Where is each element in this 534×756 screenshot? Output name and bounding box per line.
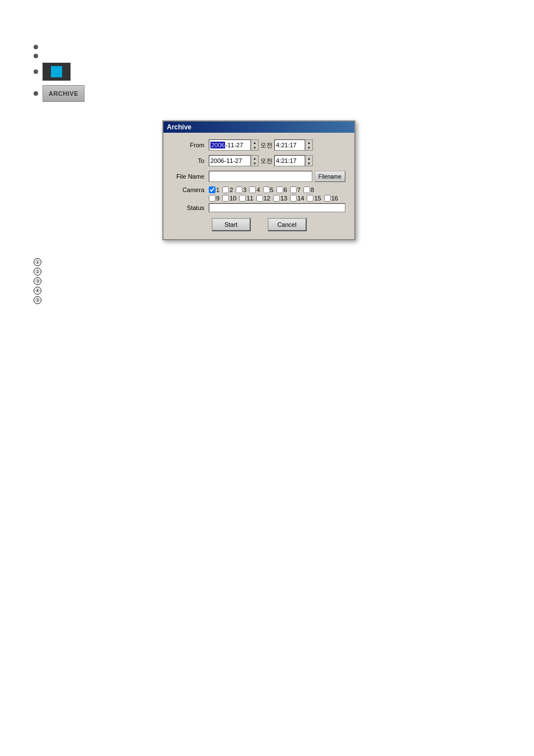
archive-dialog: Archive From 2006-11-27 ▲ ▼ 오전 4:21:17 ▲… [162,120,355,240]
cam-checkbox-8[interactable] [303,186,310,193]
cam-label-1: 1 [216,186,219,193]
numbered-list: ① ② ③ ④ ⑤ [34,258,44,305]
cam-checkbox-12[interactable] [256,195,263,202]
cam-item-1[interactable]: 1 [209,186,219,193]
from-time-spin-up[interactable]: ▲ [306,140,312,145]
cam-checkbox-1[interactable] [209,186,216,193]
cam-checkbox-7[interactable] [290,186,297,193]
cam-checkbox-10[interactable] [222,195,229,202]
cam-item-13[interactable]: 13 [273,195,287,202]
dialog-title: Archive [167,123,191,131]
cam-checkbox-4[interactable] [249,186,256,193]
from-date-field[interactable]: 2006-11-27 [209,139,251,151]
cam-label-15: 15 [314,195,321,202]
num-item-3: ③ [34,277,44,285]
cam-checkbox-6[interactable] [277,186,283,193]
filename-browse-button[interactable]: Filename [315,171,345,182]
camera-label: Camera [172,186,209,193]
cancel-button[interactable]: Cancel [268,218,307,231]
bullet-dot-4 [34,91,38,96]
to-date-spin-down[interactable]: ▼ [251,161,258,166]
status-row: Status [172,203,345,212]
to-date-value: 2006-11-27 [210,157,242,164]
from-time-spin[interactable]: ▲ ▼ [305,139,313,151]
camera-row-1: Camera 1 2 3 4 5 6 [172,186,345,193]
dialog-titlebar: Archive [163,122,354,133]
cam-label-5: 5 [270,186,274,193]
from-time-field[interactable]: 4:21:17 [274,139,305,151]
cam-item-5[interactable]: 5 [263,186,274,193]
from-date-spin[interactable]: ▲ ▼ [251,139,259,151]
from-time-value: 4:21:17 [276,142,297,148]
blue-square-button[interactable] [43,63,71,81]
cam-item-7[interactable]: 7 [290,186,301,193]
to-time-spin-down[interactable]: ▼ [306,161,312,166]
to-time-spin[interactable]: ▲ ▼ [305,155,313,166]
bullet-section: ARCHIVE [34,45,85,102]
cam-checkbox-15[interactable] [307,195,313,202]
from-time-spin-down[interactable]: ▼ [306,145,312,150]
cam-item-8[interactable]: 8 [303,186,314,193]
cam-item-9[interactable]: 9 [209,195,219,202]
cam-checkbox-14[interactable] [290,195,297,202]
cam-item-10[interactable]: 10 [222,195,236,202]
from-label: From [172,142,209,148]
cam-checkbox-5[interactable] [263,186,270,193]
cam-checkbox-11[interactable] [239,195,246,202]
cam-label-3: 3 [243,186,246,193]
cam-label-2: 2 [229,186,233,193]
cam-item-4[interactable]: 4 [249,186,260,193]
bullet-item-4[interactable]: ARCHIVE [34,85,85,102]
camera-checkboxes-row1: 1 2 3 4 5 6 7 [209,186,316,193]
cam-checkbox-13[interactable] [273,195,280,202]
bullet-dot-3 [34,69,38,74]
to-date-field[interactable]: 2006-11-27 [209,155,251,166]
to-row: To 2006-11-27 ▲ ▼ 오전 4:21:17 ▲ ▼ [172,155,345,166]
bullet-item-3[interactable] [34,63,85,81]
cam-label-12: 12 [264,195,270,202]
to-date-spin[interactable]: ▲ ▼ [251,155,259,166]
cam-checkbox-3[interactable] [236,186,242,193]
from-date-rest: -11-27 [225,142,243,148]
cam-item-2[interactable]: 2 [222,186,233,193]
dialog-body: From 2006-11-27 ▲ ▼ 오전 4:21:17 ▲ ▼ To 20… [163,133,354,239]
from-separator: 오전 [260,141,273,150]
to-date-spin-up[interactable]: ▲ [251,156,258,161]
cam-label-11: 11 [246,195,253,202]
to-separator: 오전 [260,157,273,165]
bullet-dot-2 [34,54,38,58]
cam-checkbox-9[interactable] [209,195,216,202]
num-item-4: ④ [34,286,44,295]
from-date-spin-up[interactable]: ▲ [251,140,258,145]
filename-input[interactable] [209,171,312,182]
cam-item-14[interactable]: 14 [290,195,304,202]
cam-item-16[interactable]: 16 [324,195,338,202]
cam-item-6[interactable]: 6 [277,186,287,193]
cam-label-7: 7 [297,186,301,193]
dialog-buttons-row: Start Cancel [172,218,345,231]
to-time-spin-up[interactable]: ▲ [306,156,312,161]
num-circle-2: ② [34,268,41,276]
cam-item-3[interactable]: 3 [236,186,246,193]
start-button[interactable]: Start [212,218,251,231]
cam-item-11[interactable]: 11 [239,195,253,202]
cam-label-16: 16 [331,195,338,202]
num-item-5: ⑤ [34,296,44,304]
to-label: To [172,157,209,164]
cam-checkbox-2[interactable] [222,186,229,193]
blue-square-icon [51,66,62,77]
to-time-field[interactable]: 4:21:17 [274,155,305,166]
archive-button[interactable]: ARCHIVE [43,85,85,102]
num-item-1: ① [34,258,44,266]
from-date-spin-down[interactable]: ▼ [251,145,258,150]
num-circle-5: ⑤ [34,296,41,304]
cam-label-9: 9 [216,195,219,202]
filename-label: File Name [172,173,209,180]
status-bar [209,203,345,212]
cam-label-8: 8 [311,186,314,193]
cam-item-15[interactable]: 15 [307,195,321,202]
bullet-item-1 [34,45,85,49]
bullet-dot-1 [34,45,38,49]
cam-item-12[interactable]: 12 [256,195,270,202]
cam-checkbox-16[interactable] [324,195,331,202]
